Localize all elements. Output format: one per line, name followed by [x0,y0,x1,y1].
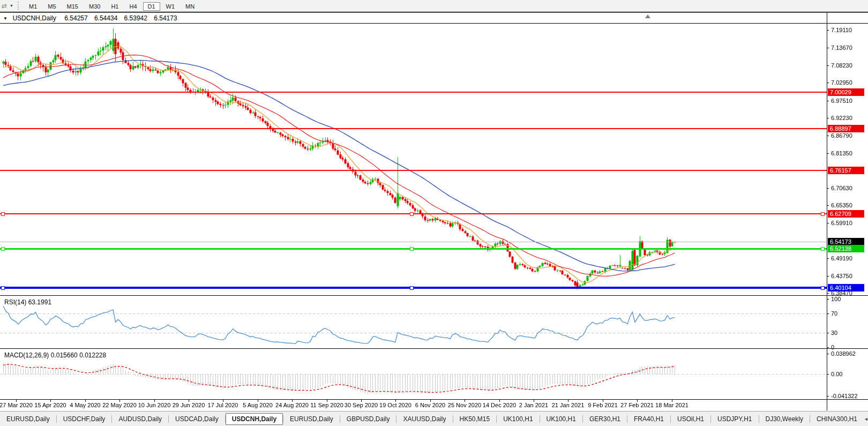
price-tag-7.00029: 7.00029 [828,88,864,96]
rsi-tick-mark [827,347,829,348]
tab-xauusd-daily[interactable]: XAUUSD,Daily [396,414,452,424]
tab-dj30-weekly[interactable]: DJ30,Weekly [759,414,810,424]
price-tick-label: 7.19110 [831,27,852,33]
price-tick-mark [827,65,829,66]
tab-gbpusd-daily[interactable]: GBPUSD,Daily [340,414,396,424]
tab-usdcnh-daily[interactable]: USDCNH,Daily [226,413,283,425]
price-tick-label: 6.65350 [831,202,852,208]
price-tag-6.52138: 6.52138 [828,245,864,252]
hline-drag-handle[interactable] [410,247,414,251]
tab-fra40-h1[interactable]: FRA40,H1 [627,414,670,424]
tab-audusd-daily[interactable]: AUDUSD,Daily [112,414,168,424]
rsi-current-value: 63.1991 [28,298,51,306]
macd-tick-mark [827,374,829,375]
macd-tick-label: -0.041322 [831,393,858,399]
rsi-tick-label: 0 [831,344,834,350]
price-tick-mark [827,276,829,276]
price-tick-mark [827,48,829,48]
price-tick-label: 6.81350 [831,150,852,156]
macd-date-separator [0,399,868,400]
tab-usdchf-daily[interactable]: USDCHF,Daily [57,414,112,424]
tab-china300-h1[interactable]: CHINA300,H1 [810,414,864,424]
main-pane-top-border [0,23,868,24]
tab-uk100-h1[interactable]: UK100,H1 [497,414,539,424]
price-tag-6.54173: 6.54173 [828,238,864,245]
price-tick-mark [827,136,829,136]
price-tick-label: 6.59910 [831,220,852,226]
price-tick-label: 7.08230 [831,62,852,69]
price-tag-6.62709: 6.62709 [828,210,864,218]
macd-tick-mark [827,354,829,354]
rsi-tick-label: 30 [831,330,837,336]
chart-tabs: EURUSD,DailyUSDCHF,DailyAUDUSD,DailyUSDC… [0,413,864,425]
price-tick-label: 7.13670 [831,44,852,51]
hline-6.76157[interactable] [0,170,827,171]
tab-eurusd-daily[interactable]: EURUSD,Daily [283,414,340,424]
tab-usdcad-daily[interactable]: USDCAD,Daily [169,414,225,424]
price-tag-6.40104: 6.40104 [828,284,864,292]
price-tick-label: 6.92230 [831,115,852,121]
rsi-tick-label: 70 [831,310,837,317]
hline-drag-handle[interactable] [410,286,414,290]
hline-drag-handle[interactable] [1,286,5,290]
tab-ger30-h1[interactable]: GER30,H1 [583,414,627,424]
mt4-chart-window: ⇄ ▼ M1M5M15M30H1H4D1W1MN ▼ USDCNH,Daily … [0,0,868,426]
rsi-tick-label: 100 [831,296,841,302]
macd-indicator-label: MACD(12,26,9) 0.015660 0.012228 [4,352,106,359]
main-rsi-separator[interactable] [0,295,868,296]
tab-uk100-h1[interactable]: UK100,H1 [540,414,582,424]
price-tick-mark [827,153,829,154]
macd-main-value: 0.015660 [51,352,78,359]
tab-eurusd-daily[interactable]: EURUSD,Daily [0,414,56,424]
price-tick-mark [827,293,829,294]
rsi-tick-mark [827,333,829,333]
price-tag-6.88897: 6.88897 [828,125,864,132]
macd-tick-label: 0.038962 [831,350,856,357]
price-tick-mark [827,205,829,206]
hline-drag-handle[interactable] [1,212,5,216]
price-tick-label: 6.86790 [831,132,852,139]
price-tick-mark [827,223,829,223]
price-tick-mark [827,258,829,259]
rsi-macd-separator[interactable] [0,348,868,349]
macd-tick-label: 0.00 [831,371,842,377]
tab-usdjpy-h1[interactable]: USDJPY,H1 [711,414,758,424]
date-label: 18 Mar 2021 [649,402,694,408]
hline-6.54173[interactable] [0,242,827,242]
macd-signal-value: 0.012228 [79,352,106,359]
price-tick-mark [827,83,829,83]
hline-drag-handle[interactable] [821,286,825,290]
price-tick-label: 7.02950 [831,79,852,86]
tab-usoil-h1[interactable]: USOil,H1 [671,414,710,424]
hline-drag-handle[interactable] [1,247,5,251]
price-tag-6.76157: 6.76157 [828,167,864,174]
price-tick-label: 6.97510 [831,98,852,104]
tab-hk50-m15[interactable]: HK50,M15 [453,414,497,424]
hline-6.88897[interactable] [0,128,827,129]
price-tick-mark [827,30,829,31]
macd-tick-mark [827,396,829,397]
hline-drag-handle[interactable] [821,247,825,251]
chart-tab-bar: EURUSD,DailyUSDCHF,DailyAUDUSD,DailyUSDC… [0,411,868,426]
hline-7.00029[interactable] [0,92,827,93]
hline-drag-handle[interactable] [410,212,414,216]
price-tick-label: 6.70630 [831,185,852,191]
price-tick-mark [827,188,829,189]
price-tick-mark [827,101,829,101]
rsi-tick-mark [827,299,829,300]
price-tick-label: 6.49190 [831,255,852,261]
price-axis-line [827,13,827,410]
price-tick-label: 6.43750 [831,273,852,279]
rsi-tick-mark [827,313,829,314]
rsi-indicator-label: RSI(14) 63.1991 [4,298,51,306]
price-tick-mark [827,118,829,118]
hline-drag-handle[interactable] [821,212,825,216]
tab-scroll-left-icon[interactable]: ◄ [864,416,868,422]
